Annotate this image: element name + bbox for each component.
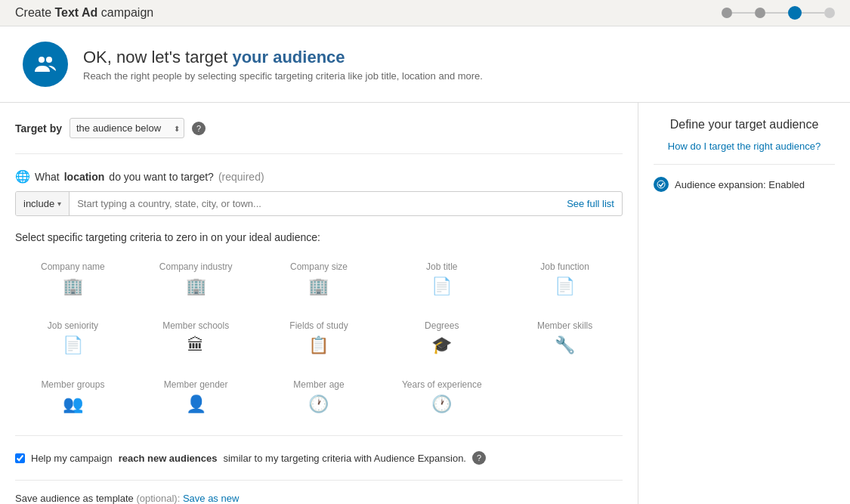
criteria-job-title[interactable]: Job title 📄 — [384, 255, 499, 302]
criteria-degrees[interactable]: Degrees 🎓 — [384, 314, 499, 361]
target-by-select-wrapper[interactable]: the audience below a matched audience — [70, 118, 184, 138]
location-input-row: include See full list — [15, 191, 623, 216]
member-groups-icon: 👥 — [63, 394, 83, 414]
sidebar-help-link[interactable]: How do I target the right audience? — [654, 141, 835, 152]
hero-heading: OK, now let's target your audience — [83, 48, 483, 67]
svg-point-2 — [657, 181, 665, 188]
criteria-company-name[interactable]: Company name 🏢 — [15, 255, 131, 302]
audience-expansion-status: Audience expansion: Enabled — [654, 177, 835, 192]
criteria-member-gender[interactable]: Member gender 👤 — [138, 373, 254, 420]
criteria-company-industry[interactable]: Company industry 🏢 — [138, 255, 254, 302]
fields-of-study-icon: 📋 — [308, 335, 329, 355]
criteria-job-function[interactable]: Job function 📄 — [507, 255, 623, 302]
hero-text: OK, now let's target your audience Reach… — [83, 48, 483, 82]
audience-expansion-checkbox[interactable] — [15, 453, 25, 463]
top-bar: Create Text Ad campaign — [0, 0, 850, 26]
targeting-section: Select specific targeting criteria to ze… — [15, 231, 623, 420]
step-line-3 — [802, 12, 824, 14]
target-by-help-icon[interactable]: ? — [192, 122, 206, 135]
targeting-title: Select specific targeting criteria to ze… — [15, 231, 623, 243]
step-1-dot — [722, 8, 732, 18]
sidebar: Define your target audience How do I tar… — [638, 103, 850, 504]
criteria-grid: Company name 🏢 Company industry 🏢 Compan… — [15, 255, 623, 420]
criteria-member-schools[interactable]: Member schools 🏛 — [138, 314, 254, 361]
location-section: 🌐 What location do you want to target? (… — [15, 169, 623, 216]
criteria-member-groups[interactable]: Member groups 👥 — [15, 373, 131, 420]
company-name-icon: 🏢 — [63, 277, 83, 296]
audience-expansion-row: Help my campaign reach new audiences sim… — [15, 435, 623, 465]
location-input[interactable] — [70, 192, 559, 215]
step-line-2 — [765, 12, 788, 14]
step-4-dot — [824, 8, 835, 18]
step-line-1 — [732, 12, 755, 14]
criteria-company-size[interactable]: Company size 🏢 — [261, 255, 377, 302]
svg-point-0 — [39, 57, 45, 63]
see-full-list-link[interactable]: See full list — [559, 192, 622, 215]
audience-icon — [23, 42, 68, 87]
audience-svg — [33, 52, 57, 76]
target-by-select[interactable]: the audience below a matched audience — [70, 118, 184, 138]
years-experience-icon: 🕐 — [431, 394, 452, 414]
criteria-fields-of-study[interactable]: Fields of study 📋 — [261, 314, 377, 361]
member-gender-icon: 👤 — [186, 394, 206, 414]
company-size-icon: 🏢 — [308, 277, 329, 296]
required-text: (required) — [218, 171, 264, 183]
step-2-dot — [755, 8, 765, 18]
globe-icon: 🌐 — [15, 169, 30, 184]
criteria-member-skills[interactable]: Member skills 🔧 — [507, 314, 623, 361]
company-industry-icon: 🏢 — [186, 277, 206, 296]
member-schools-icon: 🏛 — [187, 335, 204, 355]
page-title: Create Text Ad campaign — [15, 6, 153, 20]
progress-steps — [722, 6, 835, 20]
save-template-label: Save audience as template — [15, 493, 134, 504]
criteria-job-seniority[interactable]: Job seniority 📄 — [15, 314, 131, 361]
expansion-enabled-text: Audience expansion: Enabled — [675, 179, 805, 190]
hero-subheading: Reach the right people by selecting spec… — [83, 70, 483, 82]
include-button[interactable]: include — [16, 192, 70, 215]
member-age-icon: 🕐 — [308, 394, 329, 414]
expansion-status-icon — [654, 177, 669, 192]
save-template-row: Save audience as template (optional): Sa… — [15, 480, 623, 504]
member-skills-icon: 🔧 — [555, 335, 575, 355]
sidebar-title: Define your target audience — [654, 118, 835, 131]
save-template-optional: (optional): — [136, 493, 180, 504]
sidebar-divider — [654, 164, 835, 165]
save-as-new-link[interactable]: Save as new — [183, 493, 239, 504]
step-3-dot — [788, 6, 802, 20]
degrees-icon: 🎓 — [431, 335, 452, 355]
job-function-icon: 📄 — [555, 277, 575, 296]
criteria-years-experience[interactable]: Years of experience 🕐 — [384, 373, 499, 420]
criteria-member-age[interactable]: Member age 🕐 — [261, 373, 377, 420]
main-content: Target by the audience below a matched a… — [0, 103, 638, 504]
main-layout: Target by the audience below a matched a… — [0, 103, 850, 504]
target-by-row: Target by the audience below a matched a… — [15, 118, 623, 154]
hero-section: OK, now let's target your audience Reach… — [0, 26, 850, 103]
svg-point-1 — [46, 57, 52, 63]
location-label: 🌐 What location do you want to target? (… — [15, 169, 623, 184]
job-title-icon: 📄 — [431, 277, 452, 296]
expansion-help-icon[interactable]: ? — [472, 451, 486, 465]
target-by-label: Target by — [15, 122, 62, 135]
job-seniority-icon: 📄 — [63, 335, 83, 355]
